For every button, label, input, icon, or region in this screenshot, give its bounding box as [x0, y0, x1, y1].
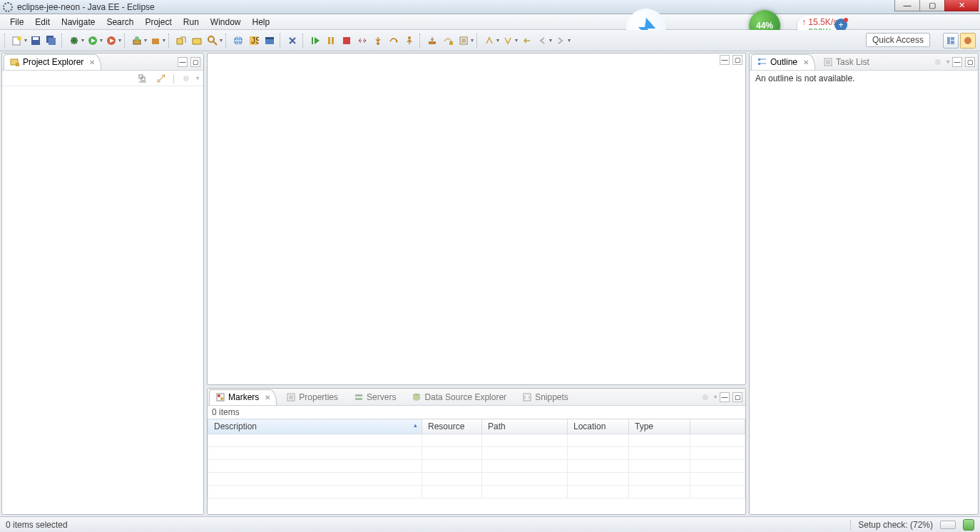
table-row[interactable]: [208, 473, 745, 486]
toggle-breakpoint-button[interactable]: [285, 34, 300, 48]
drop-to-frame-button[interactable]: [425, 34, 439, 48]
menu-window[interactable]: Window: [205, 16, 247, 29]
close-icon[interactable]: ✕: [803, 58, 809, 66]
disconnect-button[interactable]: [355, 34, 369, 48]
menu-project[interactable]: Project: [139, 16, 177, 29]
run-button[interactable]: [86, 34, 100, 48]
web-browser-button[interactable]: [231, 34, 245, 48]
next-annotation-button[interactable]: [501, 34, 515, 48]
project-explorer-body[interactable]: [2, 86, 203, 514]
run-last-button[interactable]: [104, 34, 118, 48]
previous-annotation-button[interactable]: [482, 34, 496, 48]
dropdown-icon[interactable]: ▾: [81, 37, 84, 44]
focus-task-button[interactable]: [931, 55, 945, 69]
table-row[interactable]: [208, 486, 745, 498]
maximize-view-button[interactable]: ▢: [733, 392, 742, 402]
dropdown-icon[interactable]: ▾: [471, 37, 474, 44]
view-menu-button[interactable]: ▿: [714, 394, 717, 400]
save-button[interactable]: [29, 34, 43, 48]
center-area: — ▢ Markers ✕ Properties: [207, 53, 746, 515]
menu-run[interactable]: Run: [178, 16, 205, 29]
editor-area[interactable]: — ▢: [207, 53, 746, 385]
col-location[interactable]: Location: [568, 419, 629, 434]
markers-table[interactable]: Description Resource Path Location Type: [208, 419, 745, 514]
project-explorer-tab[interactable]: Project Explorer ✕: [4, 54, 101, 70]
new-package-button[interactable]: [148, 34, 163, 48]
dropdown-icon[interactable]: ▾: [100, 37, 103, 44]
focus-task-button[interactable]: [179, 71, 193, 86]
view-menu-button[interactable]: ▿: [946, 58, 949, 65]
task-list-tab[interactable]: Task List: [817, 54, 876, 70]
data-source-explorer-tab[interactable]: Data Source Explorer: [405, 389, 513, 405]
use-step-filters-button[interactable]: [441, 34, 455, 48]
table-row[interactable]: [208, 447, 745, 460]
suspend-button[interactable]: [324, 34, 338, 48]
last-edit-location-button[interactable]: [519, 34, 534, 48]
maximize-button[interactable]: ▢: [919, 0, 945, 11]
close-icon[interactable]: ✕: [265, 394, 270, 401]
collapse-all-button[interactable]: [136, 71, 150, 86]
step-filters-config-button[interactable]: [456, 34, 471, 48]
search-button[interactable]: [205, 34, 220, 48]
dropdown-icon[interactable]: ▾: [220, 37, 223, 44]
terminate-button[interactable]: [340, 34, 354, 48]
view-menu-button[interactable]: ▿: [196, 75, 199, 81]
svg-point-12: [135, 36, 139, 41]
dropdown-icon[interactable]: ▾: [568, 37, 571, 44]
link-with-editor-button[interactable]: [154, 71, 168, 86]
new-server-button[interactable]: [130, 34, 144, 48]
maximize-editor-button[interactable]: ▢: [733, 55, 742, 65]
save-all-button[interactable]: [44, 34, 58, 48]
step-into-button[interactable]: [371, 34, 385, 48]
javaee-perspective-button[interactable]: [960, 33, 976, 48]
maximize-view-button[interactable]: ▢: [190, 57, 200, 67]
dropdown-icon[interactable]: ▾: [515, 37, 518, 44]
forward-button[interactable]: [553, 34, 568, 48]
dropdown-icon[interactable]: ▾: [549, 37, 552, 44]
step-over-button[interactable]: [387, 34, 401, 48]
minimize-view-button[interactable]: —: [952, 57, 962, 67]
properties-tab[interactable]: Properties: [280, 389, 344, 405]
progress-icon[interactable]: [940, 521, 956, 529]
dropdown-icon[interactable]: ▾: [118, 37, 121, 44]
menu-help[interactable]: Help: [247, 16, 276, 29]
dropdown-icon[interactable]: ▾: [163, 37, 165, 44]
menu-navigate[interactable]: Navigate: [56, 16, 101, 29]
menu-file[interactable]: File: [4, 16, 29, 29]
trim-stack-icon[interactable]: [963, 519, 974, 531]
close-icon[interactable]: ✕: [89, 58, 95, 66]
table-row[interactable]: [208, 434, 745, 447]
minimize-view-button[interactable]: —: [720, 392, 730, 402]
back-button[interactable]: [535, 34, 549, 48]
servers-tab[interactable]: Servers: [347, 389, 402, 405]
col-description[interactable]: Description: [208, 419, 422, 434]
open-perspective-button[interactable]: [943, 33, 959, 48]
quick-access-field[interactable]: Quick Access: [866, 33, 930, 47]
dropdown-icon[interactable]: ▾: [496, 37, 499, 44]
open-task-button[interactable]: [190, 34, 204, 48]
menu-search[interactable]: Search: [101, 16, 139, 29]
outline-tab[interactable]: Outline ✕: [751, 54, 815, 70]
dropdown-icon[interactable]: ▾: [24, 37, 27, 44]
open-type-button[interactable]: [174, 34, 188, 48]
table-row[interactable]: [208, 460, 745, 473]
minimize-editor-button[interactable]: —: [720, 55, 730, 65]
minimize-button[interactable]: —: [894, 0, 920, 11]
new-button[interactable]: [10, 34, 24, 48]
close-button[interactable]: ✕: [944, 0, 979, 11]
resume-button[interactable]: [308, 34, 322, 48]
markers-tab[interactable]: Markers ✕: [209, 389, 277, 405]
focus-task-button[interactable]: [698, 390, 713, 404]
jsp-button[interactable]: JS: [247, 34, 261, 48]
minimize-view-button[interactable]: —: [178, 57, 188, 67]
debug-button[interactable]: [67, 34, 81, 48]
col-type[interactable]: Type: [629, 419, 690, 434]
snippets-tab[interactable]: Snippets: [516, 389, 575, 405]
maximize-view-button[interactable]: ▢: [965, 57, 975, 67]
console-button[interactable]: [262, 34, 277, 48]
dropdown-icon[interactable]: ▾: [144, 37, 147, 44]
step-return-button[interactable]: [402, 34, 417, 48]
menu-edit[interactable]: Edit: [29, 16, 56, 29]
col-path[interactable]: Path: [482, 419, 568, 434]
col-resource[interactable]: Resource: [422, 419, 482, 434]
